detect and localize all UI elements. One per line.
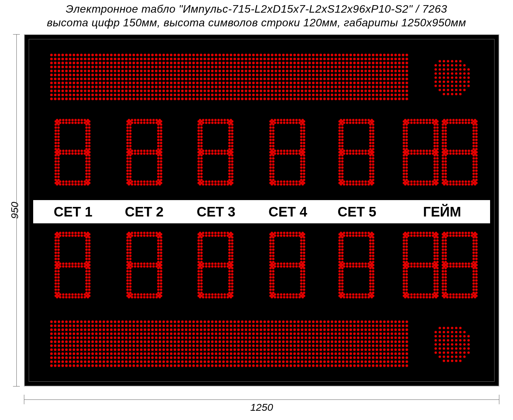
svg-point-3152: [405, 254, 408, 257]
svg-point-2158: [458, 121, 461, 124]
svg-point-3645: [327, 328, 330, 331]
svg-point-3792: [159, 337, 161, 339]
svg-point-2582: [160, 258, 162, 260]
svg-point-4587: [459, 351, 461, 354]
svg-point-3661: [387, 328, 390, 331]
svg-point-2615: [208, 232, 210, 234]
svg-point-4106: [256, 349, 259, 351]
svg-point-2525: [126, 239, 129, 241]
svg-point-4170: [136, 352, 139, 355]
svg-point-2895: [300, 264, 302, 266]
svg-point-3424: [219, 320, 221, 323]
svg-point-1689: [277, 119, 279, 121]
svg-point-2214: [444, 120, 447, 122]
svg-point-707: [181, 82, 184, 84]
svg-point-3391: [95, 320, 98, 323]
svg-point-4279: [185, 356, 187, 359]
svg-point-2094: [405, 169, 408, 172]
svg-point-800: [170, 86, 173, 88]
svg-point-530: [237, 74, 240, 76]
svg-point-3491: [110, 325, 113, 327]
svg-point-3106: [422, 265, 425, 267]
svg-point-2283: [472, 157, 475, 159]
svg-point-1375: [85, 182, 88, 184]
svg-point-897: [174, 90, 176, 92]
svg-point-1336: [88, 123, 90, 126]
svg-point-2227: [442, 142, 444, 144]
svg-point-3796: [174, 337, 176, 339]
svg-point-3417: [192, 320, 195, 323]
svg-point-4013: [267, 344, 270, 347]
svg-point-270: [342, 62, 345, 64]
svg-point-4392: [248, 360, 251, 363]
svg-point-3462: [360, 320, 363, 323]
svg-point-3429: [237, 320, 240, 323]
svg-point-282: [387, 62, 390, 64]
svg-point-3677: [88, 332, 90, 335]
svg-point-4199: [245, 352, 247, 355]
svg-point-4257: [103, 356, 105, 359]
svg-point-884: [125, 90, 128, 92]
svg-point-380: [394, 66, 397, 68]
svg-point-3387: [80, 320, 83, 323]
svg-point-4058: [76, 349, 79, 351]
svg-point-4571: [467, 343, 470, 345]
svg-point-556: [334, 74, 337, 76]
svg-point-1967: [369, 148, 371, 150]
svg-point-400: [110, 70, 113, 73]
svg-point-755: [360, 82, 363, 84]
svg-point-952: [379, 90, 382, 92]
svg-point-3276: [452, 296, 455, 298]
svg-point-653: [338, 78, 341, 80]
svg-point-3147: [403, 248, 405, 251]
svg-point-285: [398, 62, 401, 64]
svg-point-3939: [350, 340, 352, 343]
svg-point-3054: [372, 270, 374, 272]
svg-point-715: [211, 82, 214, 84]
svg-point-1326: [57, 172, 60, 175]
svg-point-4140: [383, 349, 386, 351]
svg-point-1638: [200, 179, 202, 181]
svg-point-4026: [316, 344, 318, 347]
svg-point-538: [267, 74, 270, 76]
svg-point-1580: [205, 183, 207, 185]
svg-point-2524: [129, 236, 131, 238]
svg-point-831: [286, 86, 289, 88]
svg-point-2679: [197, 239, 200, 241]
svg-point-4267: [140, 356, 143, 359]
svg-point-2858: [272, 273, 274, 275]
svg-point-2603: [157, 288, 159, 291]
svg-point-4180: [174, 352, 176, 355]
svg-point-4487: [245, 364, 247, 367]
svg-point-3442: [286, 320, 289, 323]
svg-point-560: [350, 74, 352, 76]
svg-point-1135: [346, 97, 348, 100]
svg-point-4030: [331, 344, 333, 347]
svg-point-1720: [289, 152, 291, 155]
svg-point-3813: [237, 337, 240, 339]
svg-point-2400: [57, 279, 60, 281]
svg-point-1506: [160, 148, 162, 150]
svg-point-4590: [438, 355, 441, 358]
svg-point-1897: [361, 180, 364, 183]
svg-point-2873: [300, 233, 302, 235]
svg-point-1607: [197, 135, 200, 138]
svg-point-3053: [369, 270, 371, 272]
svg-point-3154: [405, 258, 408, 260]
svg-point-4070: [121, 349, 124, 351]
svg-point-2253: [442, 179, 444, 181]
svg-point-3662: [391, 328, 393, 331]
svg-point-3950: [391, 340, 393, 343]
svg-point-2434: [88, 264, 90, 266]
svg-point-2487: [143, 262, 145, 265]
svg-point-4161: [103, 352, 105, 355]
svg-point-1791: [269, 179, 272, 181]
svg-point-2362: [80, 296, 83, 298]
svg-point-4266: [136, 356, 139, 359]
svg-point-2998: [341, 254, 343, 257]
svg-point-805: [188, 86, 191, 88]
svg-point-1717: [286, 149, 288, 152]
svg-point-1472: [129, 160, 131, 162]
svg-point-3615: [215, 328, 218, 331]
svg-point-3277: [455, 293, 458, 296]
